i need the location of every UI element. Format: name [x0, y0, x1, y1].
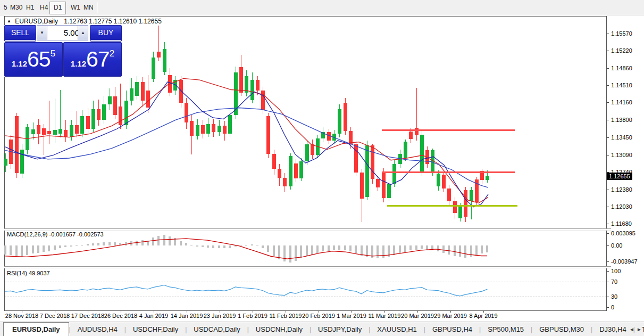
- price-axis-label: 1.13800: [611, 117, 632, 123]
- candle: [420, 135, 424, 172]
- axis-tick: [607, 120, 609, 120]
- tab-eurusd-daily[interactable]: EURUSD,Daily: [3, 322, 69, 336]
- macd-histogram-bar: [4, 245, 6, 255]
- resistance-line[interactable]: [382, 129, 515, 131]
- rsi-level-30: [5, 297, 606, 297]
- candle: [338, 109, 341, 134]
- macd-histogram-bar: [295, 245, 297, 261]
- axis-tick: [607, 51, 609, 51]
- tab-scroll-right-icon[interactable]: ►: [637, 326, 642, 332]
- axis-tick: [607, 282, 609, 282]
- price-axis-label: 1.14860: [611, 65, 632, 71]
- candle: [332, 134, 336, 141]
- axis-tick: [607, 137, 609, 138]
- candle: [190, 121, 194, 136]
- sell-price-panel[interactable]: 1.12 65 5: [4, 42, 63, 77]
- tab-usdchf-daily[interactable]: USDCHF,Daily: [126, 323, 185, 336]
- macd-separator[interactable]: [4, 228, 611, 231]
- candle: [278, 169, 281, 178]
- macd-histogram-bar: [256, 245, 258, 246]
- candle: [316, 138, 320, 155]
- one-click-trading-panel: SELL ▼ ▲ BUY 1.12 65 5 1.12 67 2: [4, 25, 122, 77]
- axis-tick: [607, 224, 609, 224]
- rsi-axis-label: 100: [611, 268, 621, 274]
- candle: [58, 129, 62, 134]
- toolbar-separator: [97, 2, 98, 13]
- candle: [486, 176, 489, 181]
- timeframe-button-d1[interactable]: D1: [49, 2, 66, 14]
- candle: [26, 127, 29, 150]
- candle: [113, 96, 117, 115]
- macd-histogram-bar: [344, 245, 346, 250]
- date-axis-label: 20 Mar 2019: [401, 313, 434, 319]
- ma-red-line: [5, 78, 488, 203]
- candle: [453, 201, 457, 213]
- volume-decrease-button[interactable]: ▼: [37, 26, 47, 40]
- tab-usdcad-daily[interactable]: USDCAD,Daily: [187, 323, 247, 336]
- macd-histogram-bar: [54, 245, 56, 250]
- tab-usdjpy-daily[interactable]: USDJPY,Daily: [311, 323, 369, 336]
- macd-histogram-bar: [223, 245, 225, 248]
- sell-button[interactable]: SELL: [4, 25, 36, 42]
- volume-increase-button[interactable]: ▲: [78, 26, 88, 40]
- price-axis-label: 1.12740: [611, 169, 632, 175]
- macd-histogram-bar: [64, 245, 66, 247]
- collapse-arrow-icon[interactable]: ▲: [7, 19, 11, 23]
- tab-scroll-left-icon[interactable]: ◄: [629, 326, 634, 332]
- tab-usdcnh-daily[interactable]: USDCNH,Daily: [249, 323, 310, 336]
- macd-histogram-bar: [229, 245, 231, 248]
- candle: [409, 132, 413, 140]
- buy-price-panel[interactable]: 1.12 67 2: [63, 42, 122, 77]
- candle: [53, 130, 57, 135]
- candle: [256, 80, 260, 91]
- candle: [266, 116, 270, 154]
- macd-histogram-bar: [21, 245, 23, 257]
- axis-tick: [607, 307, 609, 308]
- macd-histogram-bar: [442, 245, 445, 253]
- date-axis-label: 4 Jan 2019: [139, 313, 168, 319]
- candle: [371, 145, 374, 178]
- price-axis-label: 1.12030: [611, 203, 632, 210]
- tab-audusd-h4[interactable]: AUDUSD,H4: [71, 323, 124, 336]
- macd-histogram-bar: [486, 245, 488, 252]
- timeframe-button-mn[interactable]: MN: [80, 2, 97, 13]
- macd-histogram-bar: [48, 245, 50, 251]
- tab-xauusd-h1[interactable]: XAUUSD,H1: [370, 323, 423, 336]
- candle: [102, 104, 106, 120]
- macd-histogram-bar: [196, 245, 198, 247]
- macd-histogram-bar: [426, 245, 428, 250]
- timeframe-button-h1[interactable]: H1: [22, 2, 38, 13]
- price-axis-label: 1.15570: [611, 30, 632, 37]
- buy-button[interactable]: BUY: [90, 25, 122, 42]
- candle: [299, 161, 303, 178]
- macd-histogram-bar: [278, 245, 280, 259]
- macd-histogram-bar: [235, 245, 237, 247]
- macd-histogram-bar: [404, 245, 406, 252]
- support-line[interactable]: [387, 205, 517, 207]
- macd-histogram-bar: [338, 245, 340, 250]
- candle: [458, 206, 462, 218]
- tab-dj30-h4[interactable]: DJ30,H4: [592, 323, 633, 336]
- candle: [135, 82, 139, 96]
- tab-sp500-m15[interactable]: SP500,M15: [481, 323, 531, 336]
- macd-histogram-bar: [267, 245, 269, 252]
- candle: [289, 156, 292, 186]
- rsi-separator[interactable]: [4, 266, 611, 268]
- candle: [173, 80, 177, 91]
- candle: [398, 154, 402, 164]
- macd-histogram-bar: [103, 242, 105, 245]
- macd-histogram-bar: [316, 245, 319, 253]
- resistance-line[interactable]: [382, 171, 515, 173]
- price-axis-label: 1.11680: [611, 220, 632, 227]
- macd-histogram-bar: [163, 235, 165, 245]
- candle: [261, 91, 265, 110]
- candle: [15, 116, 19, 173]
- volume-input[interactable]: [47, 26, 80, 40]
- macd-histogram-bar: [152, 237, 154, 245]
- candle: [196, 125, 199, 136]
- tab-gbpusd-m30[interactable]: GBPUSD,M30: [532, 323, 591, 336]
- tab-gbpusd-h4[interactable]: GBPUSD,H4: [425, 323, 479, 336]
- candle: [80, 116, 84, 134]
- date-axis-label: 17 Dec 2018: [71, 313, 104, 319]
- macd-axis-label: -0.003947: [611, 258, 638, 265]
